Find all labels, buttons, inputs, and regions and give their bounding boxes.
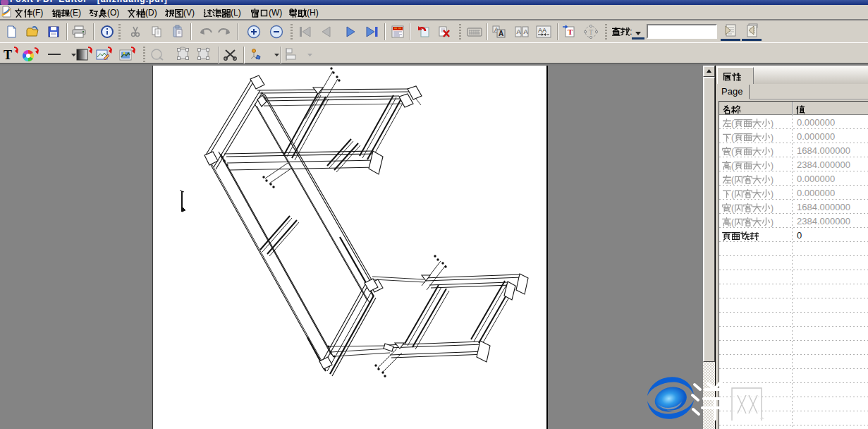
svg-text:AA: AA bbox=[538, 27, 546, 34]
svg-text:A: A bbox=[499, 30, 503, 37]
svg-text:T: T bbox=[589, 28, 593, 36]
svg-text:T: T bbox=[4, 48, 12, 62]
svg-text:A: A bbox=[517, 28, 521, 35]
svg-text:T: T bbox=[568, 28, 573, 36]
svg-text:A: A bbox=[524, 28, 528, 35]
